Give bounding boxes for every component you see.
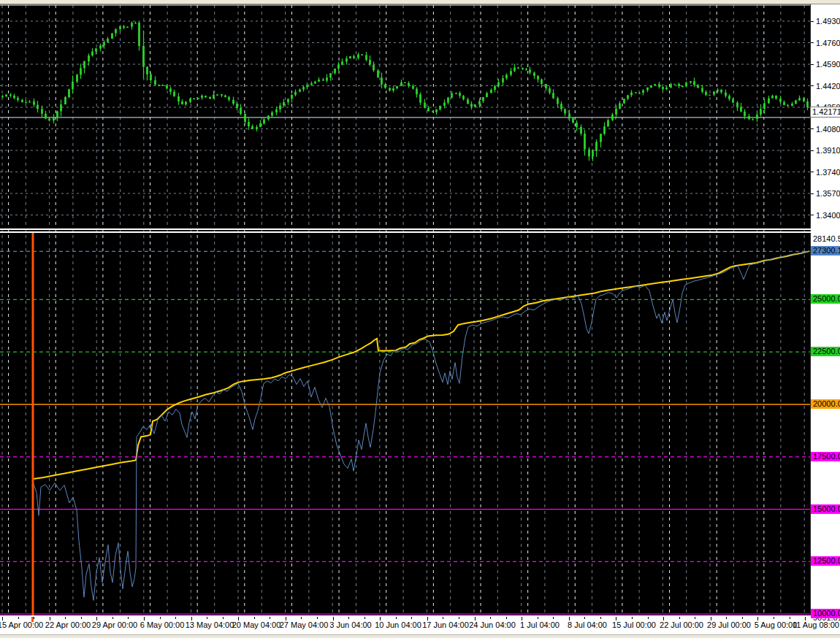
time-axis-label: 29 Jul 00:00 [707, 620, 751, 629]
time-tick-mark [112, 617, 113, 619]
price-tick-mark [811, 215, 814, 215]
time-tick-mark [223, 617, 224, 619]
time-tick-mark [411, 617, 412, 619]
time-axis-label: 24 Jun 04:00 [469, 620, 516, 629]
time-tick-mark [584, 617, 585, 619]
panel-separator[interactable] [0, 228, 811, 230]
time-tick-mark [317, 617, 318, 619]
time-axis-label: 20 May 04:00 [232, 620, 281, 629]
price-tick-label: 1.39100 [816, 146, 840, 155]
time-axis-label: 6 May 00:00 [140, 620, 185, 629]
tester-scale-max: 28140.56 [813, 234, 840, 243]
bid-price-label: 1.42171 [810, 107, 840, 118]
time-tick-mark [742, 617, 743, 619]
price-tick-label: 1.40800 [816, 125, 840, 134]
panel-separator[interactable] [0, 231, 811, 233]
price-tick-label: 1.37400 [816, 168, 840, 177]
time-tick-mark [490, 617, 491, 619]
price-tick-mark [811, 21, 814, 22]
time-tick-mark [695, 617, 695, 619]
time-axis-label: 15 Apr 00:00 [0, 620, 43, 629]
price-tick-label: 1.45900 [816, 60, 840, 69]
time-axis-label: 5 Aug 00:00 [755, 620, 798, 629]
time-tick-mark [65, 617, 66, 619]
axis-separator [0, 615, 811, 617]
time-tick-mark [459, 617, 459, 619]
level-price-label: 22500.00 [811, 347, 840, 356]
level-price-label: 20000.00 [811, 399, 840, 409]
price-tick-label: 1.47600 [816, 39, 840, 48]
price-tick-mark [811, 85, 814, 86]
price-tick-label: 1.34000 [816, 211, 840, 220]
time-tick-mark [160, 617, 161, 619]
time-tick-mark [364, 617, 365, 619]
time-axis-label: 17 Jun 04:00 [422, 620, 469, 629]
chart-canvas[interactable] [0, 0, 840, 638]
level-price-label: 12500.00 [811, 556, 840, 566]
time-tick-mark [348, 617, 349, 619]
time-tick-mark [790, 617, 790, 619]
time-tick-mark [254, 617, 255, 619]
time-tick-mark [726, 617, 727, 619]
time-tick-mark [538, 617, 538, 619]
chart-window: 15 Apr 00:0022 Apr 00:0029 Apr 00:006 Ma… [0, 0, 840, 638]
level-price-label: 17500.00 [811, 452, 840, 461]
level-price-label: 15000.00 [811, 504, 840, 514]
window-frame-top [0, 0, 840, 4]
price-tick-label: 1.44200 [816, 82, 840, 91]
time-axis-label: 22 Jul 00:00 [660, 620, 703, 629]
price-tick-label: 1.35700 [816, 189, 840, 199]
time-tick-mark [81, 617, 82, 619]
time-axis-label: 1 Jul 04:00 [520, 620, 560, 629]
time-tick-mark [553, 617, 554, 619]
time-tick-mark [443, 617, 443, 619]
time-tick-mark [632, 617, 633, 619]
time-axis[interactable]: 15 Apr 00:0022 Apr 00:0029 Apr 00:006 Ma… [0, 617, 840, 634]
window-frame-bottom [0, 634, 840, 638]
time-axis-label: 3 Jun 04:00 [329, 620, 372, 629]
time-tick-mark [774, 617, 774, 619]
price-tick-mark [811, 64, 814, 65]
time-tick-mark [648, 617, 649, 619]
time-axis-label: 10 Jun 04:00 [375, 620, 421, 629]
time-tick-mark [270, 617, 270, 619]
price-tick-mark [811, 42, 814, 43]
time-tick-mark [128, 617, 129, 619]
level-price-label: 25000.00 [811, 294, 840, 304]
time-axis-label: 13 May 04:00 [186, 620, 234, 629]
time-tick-mark [506, 617, 507, 619]
level-price-label: 10000.00 [811, 609, 840, 618]
time-tick-mark [34, 617, 34, 619]
time-tick-mark [207, 617, 207, 619]
price-tick-mark [811, 172, 814, 172]
price-tick-mark [811, 193, 814, 194]
time-tick-mark [600, 617, 601, 619]
price-tick-mark [811, 150, 814, 151]
time-axis-label: 27 May 04:00 [280, 620, 329, 629]
time-tick-mark [679, 617, 680, 619]
time-tick-mark [18, 617, 19, 619]
price-tick-label: 1.49300 [816, 17, 840, 26]
price-scale-margin[interactable] [810, 4, 840, 634]
level-price-label: 27300.17 [811, 246, 840, 255]
price-tick-mark [811, 128, 814, 129]
time-axis-label: 22 Apr 00:00 [45, 620, 91, 629]
time-tick-mark [175, 617, 176, 619]
time-tick-mark [301, 617, 302, 619]
time-axis-label: 8 Jul 04:00 [568, 620, 607, 629]
time-axis-label: 15 Jul 00:00 [612, 620, 656, 629]
time-axis-label: 29 Apr 00:00 [92, 620, 137, 629]
start-marker-tick [31, 617, 34, 622]
time-tick-mark [396, 617, 397, 619]
